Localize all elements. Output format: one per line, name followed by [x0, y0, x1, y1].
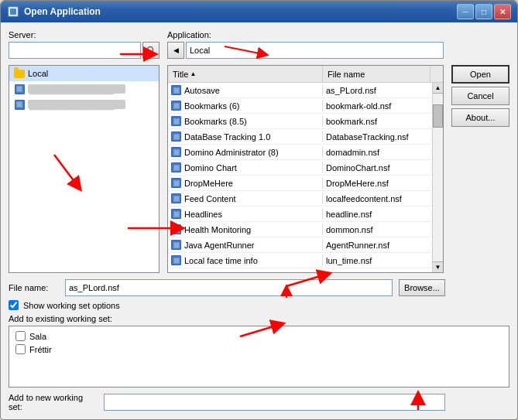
file-list[interactable]: Autosave as_PLord.nsf Bookmarks (6) book…	[168, 83, 432, 272]
about-button[interactable]: About...	[451, 108, 509, 127]
ws-label-frettir: Fréttir	[29, 345, 52, 354]
file-cell-title-11: Local face time info	[168, 254, 323, 266]
minimize-button[interactable]: ─	[457, 4, 474, 19]
server-input-row	[9, 42, 160, 59]
bottom-section: File name: Browse... Show working set op…	[9, 279, 509, 411]
close-button[interactable]: ✕	[494, 4, 511, 19]
dialog-buttons: Open Cancel About...	[451, 65, 509, 273]
file-list-panel: Title ▲ File name Autosave a	[167, 65, 444, 273]
scroll-thumb[interactable]	[433, 104, 443, 128]
file-cell-filename-6: DropMeHere.nsf	[323, 178, 432, 189]
main-area: Local ██████████████JS ██████████████JS	[9, 65, 509, 273]
file-icon-0	[171, 85, 181, 95]
file-icon-1	[14, 84, 25, 94]
server-tree: Local ██████████████JS ██████████████JS	[9, 65, 160, 273]
cancel-button[interactable]: Cancel	[451, 87, 509, 105]
app-nav-back-btn[interactable]: ◀	[167, 42, 184, 59]
scroll-up-btn[interactable]: ▲	[433, 83, 443, 94]
file-row-1[interactable]: Bookmarks (6) bookmark-old.nsf	[168, 98, 432, 114]
window-controls: ─ □ ✕	[457, 4, 511, 19]
file-cell-title-5: Domino Chart	[168, 162, 323, 173]
file-icon-6	[171, 178, 181, 188]
file-cell-title-4: Domino Administrator (8)	[168, 146, 323, 158]
sidebar-item-local[interactable]: Local	[9, 66, 159, 81]
app-icon	[7, 5, 19, 18]
file-row-5[interactable]: Domino Chart DominoChart.nsf	[168, 160, 432, 176]
add-existing-label: Add to existing working set:	[9, 314, 509, 323]
file-cell-filename-1: bookmark-old.nsf	[323, 101, 432, 111]
file-cell-filename-7: localfeedcontent.nsf	[323, 193, 432, 204]
col-header-title[interactable]: Title ▲	[168, 66, 323, 82]
filename-input[interactable]	[65, 279, 393, 296]
dialog-content: Server: Application: ◀	[1, 22, 517, 419]
sidebar-item-label-1: ██████████████JS	[28, 84, 125, 94]
title-bar: Open Application ─ □ ✕	[1, 1, 517, 22]
ws-checkbox-sala[interactable]	[15, 331, 26, 341]
svg-rect-1	[10, 9, 16, 15]
scrollbar[interactable]: ▲ ▼	[432, 83, 443, 272]
file-cell-filename-9: dommon.nsf	[323, 224, 432, 235]
file-icon-1	[171, 101, 181, 111]
file-cell-title-7: Feed Content	[168, 193, 323, 204]
file-row-8[interactable]: Headlines headline.nsf	[168, 207, 432, 222]
file-list-with-scroll: Autosave as_PLord.nsf Bookmarks (6) book…	[168, 83, 443, 272]
browse-button[interactable]: Browse...	[399, 279, 445, 296]
sort-arrow: ▲	[190, 70, 196, 77]
server-browse-icon-btn[interactable]	[142, 42, 160, 59]
show-working-set-checkbox[interactable]	[9, 300, 19, 310]
file-icon-5	[171, 162, 181, 172]
file-row-9[interactable]: Health Monitoring dommon.nsf	[168, 222, 432, 237]
file-cell-filename-4: domadmin.nsf	[323, 147, 432, 158]
file-cell-title-0: Autosave	[168, 84, 323, 96]
file-icon-8	[171, 209, 181, 219]
new-ws-input[interactable]	[104, 394, 445, 411]
show-working-set-label: Show working set options	[23, 301, 120, 310]
maximize-button[interactable]: □	[475, 4, 492, 19]
scroll-down-btn[interactable]: ▼	[433, 261, 443, 272]
working-set-section: Add to existing working set: Sala Frétti…	[9, 314, 509, 388]
file-cell-filename-5: DominoChart.nsf	[323, 162, 432, 173]
add-new-ws-label: Add to new working set:	[9, 393, 98, 411]
file-cell-title-9: Health Monitoring	[168, 224, 323, 235]
sidebar-item-label-2: ██████████████JS	[28, 100, 125, 109]
file-icon-2	[171, 116, 181, 126]
file-cell-title-1: Bookmarks (6)	[168, 100, 323, 111]
file-row-2[interactable]: Bookmarks (8.5) bookmark.nsf	[168, 114, 432, 129]
file-cell-filename-10: AgentRunner.nsf	[323, 240, 432, 251]
new-working-set-row: Add to new working set:	[9, 393, 509, 411]
file-row-11[interactable]: Local face time info lun_time.nsf	[168, 253, 432, 268]
existing-working-sets[interactable]: Sala Fréttir	[9, 326, 509, 388]
scroll-track-empty	[433, 128, 443, 261]
file-row-10[interactable]: Java AgentRunner AgentRunner.nsf	[168, 237, 432, 253]
filename-row: File name: Browse...	[9, 279, 509, 296]
ws-checkbox-frettir[interactable]	[15, 344, 26, 354]
file-list-header: Title ▲ File name	[168, 66, 443, 83]
open-button[interactable]: Open	[451, 65, 509, 84]
file-cell-title-10: Java AgentRunner	[168, 239, 323, 251]
sidebar-item-1[interactable]: ██████████████JS	[9, 81, 159, 97]
file-row-6[interactable]: DropMeHere DropMeHere.nsf	[168, 176, 432, 191]
file-row-7[interactable]: Feed Content localfeedcontent.nsf	[168, 191, 432, 207]
sidebar-item-2[interactable]: ██████████████JS	[9, 97, 159, 112]
folder-icon	[14, 68, 25, 79]
file-cell-filename-8: headline.nsf	[323, 209, 432, 220]
col-header-filename[interactable]: File name	[323, 66, 431, 82]
server-input[interactable]	[9, 42, 141, 59]
ws-item-sala[interactable]: Sala	[12, 330, 506, 343]
application-label: Application:	[167, 30, 444, 39]
file-row-3[interactable]: DataBase Tracking 1.0 DatabaseTracking.n…	[168, 129, 432, 145]
file-cell-title-2: Bookmarks (8.5)	[168, 115, 323, 127]
application-section: Application: ◀	[167, 30, 444, 59]
file-row-4[interactable]: Domino Administrator (8) domadmin.nsf	[168, 145, 432, 160]
file-cell-title-3: DataBase Tracking 1.0	[168, 131, 323, 142]
file-icon-2	[14, 99, 25, 110]
top-section: Server: Application: ◀	[9, 30, 509, 59]
file-icon-9	[171, 224, 181, 234]
application-input[interactable]	[186, 42, 444, 59]
file-row-0[interactable]: Autosave as_PLord.nsf	[168, 83, 432, 98]
file-cell-filename-3: DatabaseTracking.nsf	[323, 131, 432, 142]
filename-label: File name:	[9, 283, 59, 292]
ws-item-frettir[interactable]: Fréttir	[12, 343, 506, 356]
file-icon-11	[171, 255, 181, 265]
file-icon-7	[171, 193, 181, 203]
